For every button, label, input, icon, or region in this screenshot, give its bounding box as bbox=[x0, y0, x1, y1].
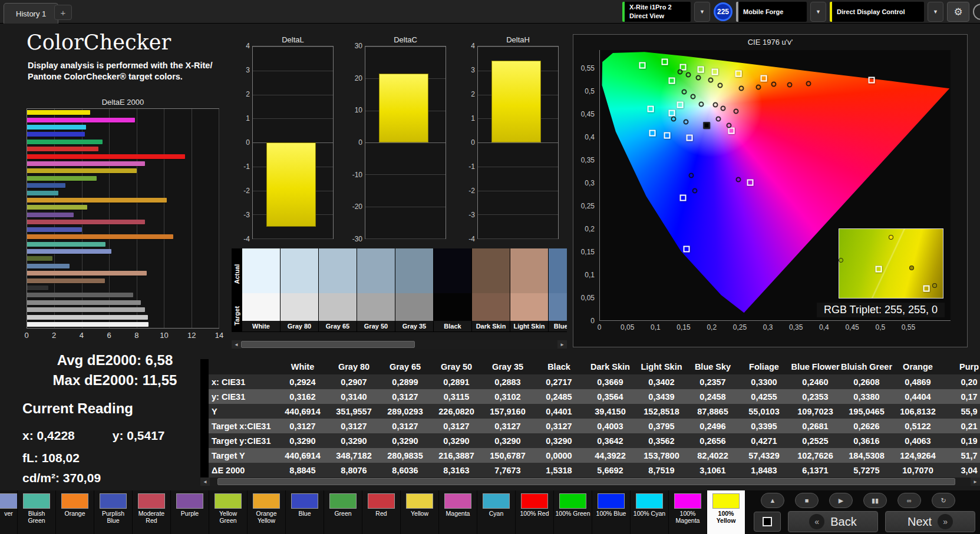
deltaH-title: DeltaH bbox=[477, 35, 559, 46]
meter-caret-button[interactable]: ▼ bbox=[694, 2, 710, 22]
cie-y-tick-label: 0,5 bbox=[585, 87, 595, 95]
deltae-bar-row bbox=[27, 124, 219, 131]
patch-button-bluish-green[interactable]: Bluish Green bbox=[18, 490, 56, 534]
tab-history-1[interactable]: History 1 bbox=[4, 3, 58, 24]
swatch-strip-scrollbar[interactable]: ◄ ► bbox=[232, 340, 567, 349]
table-cell: 0,2353 bbox=[790, 392, 841, 402]
row-label: Target y:CIE31 bbox=[209, 436, 277, 446]
table-cell: 0,4401 bbox=[533, 407, 585, 416]
clipped-control-icon[interactable] bbox=[973, 4, 980, 20]
table-cell: 8,3163 bbox=[431, 466, 482, 475]
table-header-cell: Black bbox=[533, 362, 585, 372]
patch-button-orange[interactable]: Orange bbox=[56, 490, 94, 534]
add-tab-button[interactable]: + bbox=[54, 5, 72, 20]
settings-button[interactable]: ⚙ bbox=[947, 2, 969, 22]
deltae-bar bbox=[27, 300, 141, 305]
patch-button-yellow-green[interactable]: Yellow Green bbox=[209, 490, 248, 534]
scroll-left-icon[interactable]: ◄ bbox=[200, 477, 210, 486]
axis-tick-label: 3 bbox=[471, 66, 475, 74]
patch-button-moderate-red[interactable]: Moderate Red bbox=[133, 490, 171, 534]
cie-measurement-circle bbox=[692, 188, 697, 193]
patch-button-100-red[interactable]: 100% Red bbox=[516, 490, 554, 534]
cie-x-tick-label: 0,5 bbox=[875, 323, 885, 331]
inset-olive-dot bbox=[909, 266, 914, 270]
deltae-bar-row bbox=[27, 291, 219, 298]
patch-button-purple[interactable]: Purple bbox=[171, 490, 209, 534]
top-bar: History 1 + X-Rite i1Pro 2 Direct View ▼… bbox=[0, 0, 980, 24]
patch-color-chip bbox=[674, 493, 701, 509]
gridline bbox=[478, 142, 558, 143]
axis-tick-label: 1 bbox=[246, 114, 250, 122]
scroll-left-icon[interactable]: ◄ bbox=[232, 340, 241, 349]
table-cell: 0,2891 bbox=[431, 377, 482, 387]
table-cell: 0,4404 bbox=[892, 392, 943, 402]
swatch-scroll-thumb[interactable] bbox=[241, 341, 415, 348]
meter-name: X-Rite i1Pro 2 bbox=[629, 3, 685, 12]
deltae-x-tick-label: 6 bbox=[107, 331, 111, 340]
stop-button[interactable]: ■ bbox=[795, 493, 819, 508]
axis-tick-label: -20 bbox=[352, 203, 362, 211]
actual-swatch bbox=[549, 248, 567, 293]
patch-label: Red bbox=[374, 510, 388, 517]
display-control-caret-button[interactable]: ▼ bbox=[928, 2, 943, 22]
source-dropdown[interactable]: Mobile Forge bbox=[736, 2, 807, 22]
loop-button[interactable]: ∞ bbox=[897, 493, 921, 508]
deltae-bar bbox=[27, 205, 87, 210]
back-button[interactable]: « Back bbox=[788, 511, 878, 532]
y-reading-value: y: 0,5417 bbox=[113, 429, 165, 443]
row-label: x: CIE31 bbox=[209, 377, 277, 387]
pause-icon: ▮▮ bbox=[872, 497, 879, 505]
play-button[interactable]: ▶ bbox=[829, 493, 853, 508]
up-arrow-button[interactable]: ▲ bbox=[761, 493, 784, 508]
patch-button-100-blue[interactable]: 100% Blue bbox=[592, 490, 631, 534]
display-control-dropdown[interactable]: Direct Display Control bbox=[830, 2, 924, 22]
chevron-down-icon: ▼ bbox=[699, 9, 705, 15]
table-scroll-thumb[interactable] bbox=[217, 478, 955, 485]
patch-button-cyan[interactable]: Cyan bbox=[477, 490, 516, 534]
patch-button-100-yellow[interactable]: 100% Yellow bbox=[707, 490, 745, 534]
table-cell: 0,3290 bbox=[482, 436, 533, 446]
patch-label: Bluish Green bbox=[18, 510, 55, 524]
deltae-x-tick-label: 4 bbox=[80, 331, 84, 340]
cie-measurement-circle bbox=[726, 123, 731, 128]
table-header-cell: Gray 35 bbox=[482, 362, 533, 372]
meter-count-badge[interactable]: 225 bbox=[714, 2, 732, 21]
cie-x-tick-label: 0,25 bbox=[733, 323, 747, 331]
meter-dropdown[interactable]: X-Rite i1Pro 2 Direct View bbox=[622, 2, 691, 22]
patch-button-yellow[interactable]: Yellow bbox=[401, 490, 439, 534]
table-scroll-track[interactable] bbox=[210, 477, 971, 486]
swatch-scroll-track[interactable] bbox=[241, 340, 557, 349]
patch-label: Magenta bbox=[445, 510, 471, 517]
table-body: WhiteGray 80Gray 65Gray 50Gray 35BlackDa… bbox=[209, 359, 980, 477]
scroll-right-icon[interactable]: ► bbox=[557, 340, 567, 349]
patch-button-100-magenta[interactable]: 100% Magenta bbox=[669, 490, 707, 534]
table-scrollbar[interactable]: ◄ ► bbox=[200, 477, 980, 486]
patch-button-green[interactable]: Green bbox=[324, 490, 362, 534]
deltaL-chart: DeltaL 43210-1-2-3-4 bbox=[238, 35, 334, 243]
patch-button-100-green[interactable]: 100% Green bbox=[554, 490, 592, 534]
cie-x-tick-label: 0,35 bbox=[789, 323, 803, 331]
deltae-gridline bbox=[219, 109, 219, 328]
table-vertical-scrollbar[interactable] bbox=[200, 359, 209, 477]
axis-tick-label: 0 bbox=[471, 138, 475, 147]
target-swatch bbox=[472, 293, 510, 321]
axis-tick-label: 1 bbox=[471, 114, 475, 122]
patch-button-100-cyan[interactable]: 100% Cyan bbox=[631, 490, 669, 534]
frame-button[interactable] bbox=[754, 512, 781, 532]
table-cell: 0,2460 bbox=[790, 377, 841, 387]
table-cell: 0,3115 bbox=[431, 392, 482, 402]
source-caret-button[interactable]: ▼ bbox=[810, 2, 826, 22]
patch-button-purplish-blue[interactable]: Purplish Blue bbox=[94, 490, 133, 534]
patch-button-orange-yellow[interactable]: Orange Yellow bbox=[248, 490, 286, 534]
patch-button-red[interactable]: Red bbox=[362, 490, 401, 534]
scroll-right-icon[interactable]: ► bbox=[971, 477, 980, 486]
cie-x-tick-label: 0,3 bbox=[763, 323, 773, 331]
patch-button-magenta[interactable]: Magenta bbox=[439, 490, 477, 534]
pause-button[interactable]: ▮▮ bbox=[863, 493, 887, 508]
actual-swatch bbox=[434, 248, 471, 293]
patch-button-ver[interactable]: ver bbox=[0, 490, 18, 534]
deltaC-y-axis: 3020100-10-20-30 bbox=[351, 46, 365, 239]
patch-button-blue[interactable]: Blue bbox=[286, 490, 324, 534]
next-button[interactable]: Next » bbox=[885, 511, 975, 532]
refresh-button[interactable]: ↻ bbox=[932, 493, 955, 508]
